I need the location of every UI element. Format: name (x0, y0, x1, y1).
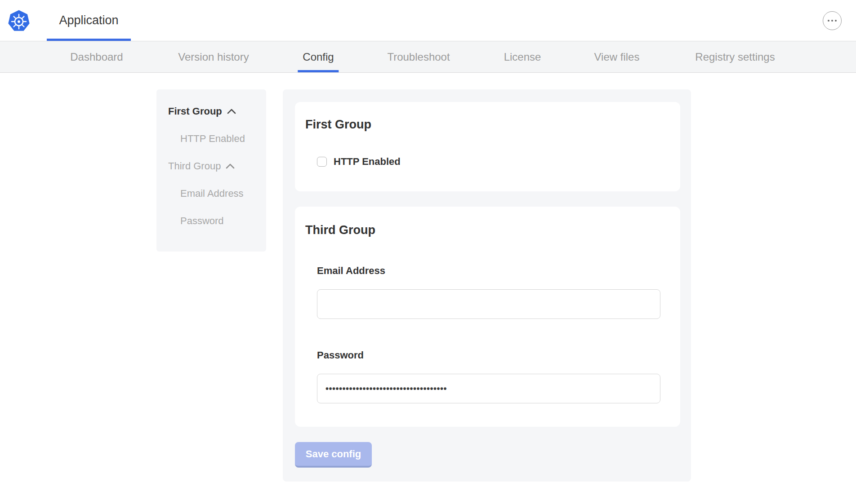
config-nav-sidebar: First Group HTTP Enabled Third Group Ema… (156, 89, 266, 252)
kubernetes-logo-icon (7, 9, 31, 33)
tab-label: View files (594, 51, 640, 63)
sidebar-item-password[interactable]: Password (156, 215, 266, 227)
chevron-up-icon[interactable] (227, 109, 236, 114)
ellipsis-icon (835, 20, 837, 22)
app-header: Application (0, 0, 856, 41)
tab-view-files[interactable]: View files (589, 41, 645, 72)
sidebar-item-label: Password (180, 215, 224, 227)
tab-label: Troubleshoot (387, 51, 450, 63)
tab-troubleshoot[interactable]: Troubleshoot (382, 41, 455, 72)
config-panel: First Group HTTP Enabled Third Group Ema… (283, 89, 691, 482)
tab-label: Registry settings (695, 51, 775, 63)
save-config-button[interactable]: Save config (295, 442, 372, 468)
sidebar-group-label: Third Group (168, 160, 221, 172)
chevron-up-icon[interactable] (226, 164, 235, 169)
sidebar-group-first-group[interactable]: First Group (156, 106, 266, 117)
group-title: Third Group (305, 223, 660, 237)
sidebar-item-http-enabled[interactable]: HTTP Enabled (156, 133, 266, 145)
tab-config[interactable]: Config (298, 41, 339, 72)
tab-label: Config (303, 51, 334, 63)
password-label: Password (317, 349, 660, 361)
config-group-card-third: Third Group Email Address Password (295, 207, 680, 427)
tab-registry-settings[interactable]: Registry settings (690, 41, 780, 72)
tab-label: Version history (178, 51, 249, 63)
overflow-menu-button[interactable] (823, 11, 842, 30)
tab-dashboard[interactable]: Dashboard (65, 41, 128, 72)
app-tab-label: Application (59, 13, 118, 27)
sidebar-item-email-address[interactable]: Email Address (156, 188, 266, 199)
password-input[interactable] (317, 374, 660, 403)
group-title: First Group (305, 117, 660, 132)
checkbox-label: HTTP Enabled (334, 156, 401, 168)
tab-label: License (504, 51, 541, 63)
http-enabled-field: HTTP Enabled (317, 156, 660, 168)
tab-label: Dashboard (70, 51, 123, 63)
tab-version-history[interactable]: Version history (173, 41, 254, 72)
email-address-input[interactable] (317, 289, 660, 319)
http-enabled-checkbox[interactable] (317, 157, 327, 167)
email-address-label: Email Address (317, 265, 660, 277)
tab-license[interactable]: License (499, 41, 546, 72)
app-tab-bar: Dashboard Version history Config Trouble… (0, 41, 856, 73)
sidebar-item-label: HTTP Enabled (180, 133, 245, 145)
config-group-card-first: First Group HTTP Enabled (295, 102, 680, 191)
ellipsis-icon (828, 20, 830, 22)
ellipsis-icon (831, 20, 834, 22)
tab-application[interactable]: Application (47, 0, 131, 41)
config-page: First Group HTTP Enabled Third Group Ema… (0, 73, 856, 504)
sidebar-group-third-group[interactable]: Third Group (156, 160, 266, 172)
sidebar-group-label: First Group (168, 106, 222, 117)
sidebar-item-label: Email Address (180, 188, 244, 199)
